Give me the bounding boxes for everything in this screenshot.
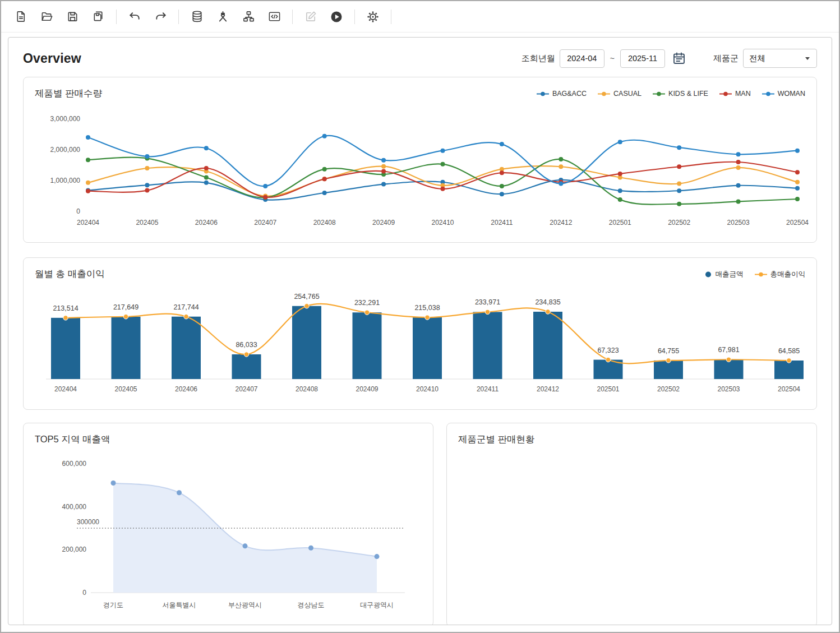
product-select-value: 전체 (749, 53, 765, 64)
filter-controls: 조회년월 ~ 제품군 전체 (521, 49, 817, 68)
date-to-input[interactable] (620, 49, 665, 68)
data-point (795, 197, 800, 201)
svg-text:1,000,000: 1,000,000 (50, 177, 81, 184)
save-copy-button[interactable] (87, 6, 109, 28)
database-button[interactable] (186, 6, 208, 28)
data-point (145, 166, 149, 170)
svg-text:202406: 202406 (195, 219, 218, 227)
legend-label: CASUAL (613, 90, 641, 98)
dashboard: Overview 조회년월 ~ 제품군 전체 제품별 판매수량 BAG&A (8, 37, 832, 625)
legend-item[interactable]: 매출금액 (704, 270, 744, 279)
data-point (441, 149, 445, 153)
legend-item[interactable]: CASUAL (598, 90, 641, 98)
svg-text:233,971: 233,971 (475, 298, 500, 306)
svg-text:400,000: 400,000 (62, 503, 87, 511)
run-icon (330, 10, 343, 24)
calendar-button[interactable] (670, 49, 689, 68)
save-copy-icon (92, 10, 105, 23)
undo-button[interactable] (123, 6, 146, 28)
data-point (546, 309, 550, 314)
data-point (500, 142, 504, 146)
legend-label: WOMAN (778, 90, 805, 98)
card-head: 월별 총 매출이익 매출금액총매출이익 (35, 266, 805, 283)
legend-item[interactable]: KIDS & LIFE (653, 90, 708, 98)
svg-text:215,038: 215,038 (414, 304, 440, 312)
card-monthly-profit: 월별 총 매출이익 매출금액총매출이익 213,514217,649217,74… (23, 257, 817, 410)
data-point (322, 134, 327, 138)
save-button[interactable] (61, 6, 84, 28)
data-point (204, 166, 209, 170)
svg-text:202405: 202405 (114, 385, 137, 393)
svg-text:202502: 202502 (668, 219, 690, 227)
svg-text:202411: 202411 (477, 385, 499, 393)
toolbar (1, 1, 839, 33)
open-folder-button[interactable] (35, 6, 58, 28)
data-point (63, 316, 68, 320)
data-point (736, 183, 741, 188)
bar-chart: 213,514217,649217,74486,033254,765232,29… (35, 283, 809, 401)
tools-icon (216, 10, 229, 23)
legend-item[interactable]: WOMAN (762, 90, 805, 98)
svg-text:202504: 202504 (786, 219, 809, 227)
save-icon (66, 10, 79, 23)
data-point (263, 195, 267, 200)
edit-icon (304, 10, 317, 23)
data-point (559, 164, 563, 169)
product-select[interactable]: 전체 (743, 49, 817, 68)
bar (292, 306, 321, 379)
svg-text:64,755: 64,755 (658, 347, 679, 355)
chart-title: TOP5 지역 매출액 (35, 433, 110, 446)
legend-marker (755, 271, 767, 278)
svg-text:202407: 202407 (235, 385, 257, 393)
legend: 매출금액총매출이익 (704, 270, 806, 279)
data-point (736, 160, 741, 164)
data-point (618, 197, 622, 202)
data-point (364, 310, 369, 315)
svg-text:202501: 202501 (609, 219, 631, 227)
new-document-button[interactable] (10, 6, 32, 28)
data-point (244, 352, 248, 357)
calendar-icon (672, 52, 686, 65)
line-chart: 01,000,0002,000,0003,000,000202404202405… (35, 102, 809, 235)
card-top5-region: TOP5 지역 매출액 0200,000400,000600,000300000… (23, 423, 433, 625)
page-header: Overview 조회년월 ~ 제품군 전체 (8, 38, 832, 76)
legend-marker (704, 271, 712, 278)
period-label: 조회년월 (521, 53, 555, 64)
data-point (381, 169, 386, 174)
data-point (111, 480, 116, 486)
svg-text:202501: 202501 (597, 385, 619, 393)
data-point (86, 158, 90, 162)
sitemap-button[interactable] (237, 6, 260, 28)
data-point (795, 186, 800, 191)
date-from-input[interactable] (560, 49, 604, 68)
data-point (184, 315, 188, 319)
data-point (795, 180, 800, 184)
legend-item[interactable]: 총매출이익 (755, 270, 806, 279)
app-window: Overview 조회년월 ~ 제품군 전체 제품별 판매수량 BAG&A (0, 0, 840, 633)
redo-button[interactable] (149, 6, 172, 28)
bar (654, 361, 683, 379)
code-button[interactable] (263, 6, 285, 28)
svg-text:202410: 202410 (416, 385, 439, 393)
svg-text:0: 0 (82, 589, 86, 597)
legend-item[interactable]: BAG&ACC (537, 90, 587, 98)
legend-label: KIDS & LIFE (668, 90, 708, 98)
data-point (322, 177, 327, 181)
legend-item[interactable]: MAN (719, 90, 751, 98)
settings-button[interactable] (362, 6, 384, 28)
bar (232, 354, 261, 379)
undo-icon (128, 10, 141, 23)
tools-button[interactable] (211, 6, 234, 28)
data-point (145, 188, 149, 193)
card-product-group-status: 제품군별 판매현황 (446, 423, 817, 625)
sitemap-icon (242, 10, 255, 23)
svg-text:202406: 202406 (175, 385, 197, 393)
svg-text:경기도: 경기도 (103, 601, 123, 609)
run-button[interactable] (325, 6, 348, 28)
data-point (677, 164, 681, 169)
svg-text:202503: 202503 (727, 219, 750, 227)
svg-text:67,981: 67,981 (718, 346, 739, 354)
data-point (381, 158, 386, 163)
data-point (263, 184, 267, 188)
data-point (500, 192, 504, 196)
